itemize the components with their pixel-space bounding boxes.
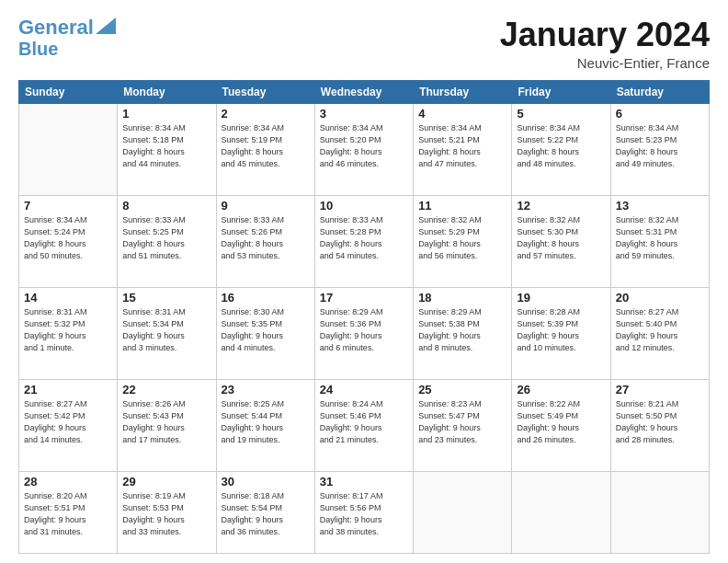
- calendar-cell: 17Sunrise: 8:29 AMSunset: 5:36 PMDayligh…: [314, 287, 413, 379]
- day-number: 11: [418, 199, 506, 213]
- calendar-cell: 30Sunrise: 8:18 AMSunset: 5:54 PMDayligh…: [216, 472, 314, 554]
- day-number: 18: [418, 291, 506, 304]
- calendar-cell: 11Sunrise: 8:32 AMSunset: 5:29 PMDayligh…: [414, 195, 512, 287]
- day-number: 25: [418, 383, 506, 396]
- calendar-cell: 26Sunrise: 8:22 AMSunset: 5:49 PMDayligh…: [512, 380, 610, 472]
- calendar-cell: 1Sunrise: 8:34 AMSunset: 5:18 PMDaylight…: [118, 103, 216, 195]
- day-info: Sunrise: 8:32 AMSunset: 5:31 PMDaylight:…: [616, 214, 704, 262]
- day-info: Sunrise: 8:23 AMSunset: 5:47 PMDaylight:…: [418, 398, 506, 446]
- calendar-cell: 20Sunrise: 8:27 AMSunset: 5:40 PMDayligh…: [610, 287, 709, 379]
- calendar-cell: [19, 103, 118, 195]
- day-info: Sunrise: 8:34 AMSunset: 5:24 PMDaylight:…: [24, 214, 112, 262]
- day-info: Sunrise: 8:18 AMSunset: 5:54 PMDaylight:…: [222, 490, 310, 538]
- day-number: 14: [24, 291, 112, 304]
- day-info: Sunrise: 8:33 AMSunset: 5:25 PMDaylight:…: [122, 214, 210, 262]
- day-number: 1: [122, 107, 210, 121]
- calendar-cell: 13Sunrise: 8:32 AMSunset: 5:31 PMDayligh…: [610, 195, 709, 287]
- day-number: 5: [517, 107, 605, 121]
- calendar-cell: 31Sunrise: 8:17 AMSunset: 5:56 PMDayligh…: [314, 472, 413, 554]
- day-info: Sunrise: 8:34 AMSunset: 5:22 PMDaylight:…: [517, 122, 605, 170]
- day-info: Sunrise: 8:31 AMSunset: 5:34 PMDaylight:…: [122, 306, 210, 354]
- day-info: Sunrise: 8:34 AMSunset: 5:19 PMDaylight:…: [222, 122, 310, 170]
- calendar-week-2: 7Sunrise: 8:34 AMSunset: 5:24 PMDaylight…: [19, 195, 710, 287]
- day-info: Sunrise: 8:34 AMSunset: 5:18 PMDaylight:…: [122, 122, 210, 170]
- day-number: 19: [517, 291, 605, 304]
- day-number: 3: [320, 107, 408, 121]
- day-number: 30: [222, 475, 310, 488]
- calendar-week-4: 21Sunrise: 8:27 AMSunset: 5:42 PMDayligh…: [19, 380, 710, 472]
- day-number: 7: [24, 199, 112, 213]
- day-info: Sunrise: 8:32 AMSunset: 5:29 PMDaylight:…: [418, 214, 506, 262]
- calendar-cell: 23Sunrise: 8:25 AMSunset: 5:44 PMDayligh…: [216, 380, 314, 472]
- calendar-cell: 4Sunrise: 8:34 AMSunset: 5:21 PMDaylight…: [414, 103, 512, 195]
- day-number: 29: [122, 475, 210, 488]
- calendar-week-5: 28Sunrise: 8:20 AMSunset: 5:51 PMDayligh…: [19, 472, 710, 554]
- month-title: January 2024: [500, 17, 710, 53]
- day-info: Sunrise: 8:24 AMSunset: 5:46 PMDaylight:…: [320, 398, 408, 446]
- calendar-header-row: SundayMondayTuesdayWednesdayThursdayFrid…: [19, 80, 710, 103]
- calendar-table: SundayMondayTuesdayWednesdayThursdayFrid…: [18, 80, 710, 554]
- logo: General Blue: [18, 17, 116, 59]
- day-number: 16: [222, 291, 310, 304]
- day-number: 26: [517, 383, 605, 396]
- calendar-cell: 3Sunrise: 8:34 AMSunset: 5:20 PMDaylight…: [314, 103, 413, 195]
- calendar-cell: 12Sunrise: 8:32 AMSunset: 5:30 PMDayligh…: [512, 195, 610, 287]
- day-info: Sunrise: 8:31 AMSunset: 5:32 PMDaylight:…: [24, 306, 112, 354]
- calendar-week-3: 14Sunrise: 8:31 AMSunset: 5:32 PMDayligh…: [19, 287, 710, 379]
- calendar-cell: 29Sunrise: 8:19 AMSunset: 5:53 PMDayligh…: [118, 472, 216, 554]
- calendar-cell: 2Sunrise: 8:34 AMSunset: 5:19 PMDaylight…: [216, 103, 314, 195]
- col-header-saturday: Saturday: [610, 80, 709, 103]
- calendar-cell: 19Sunrise: 8:28 AMSunset: 5:39 PMDayligh…: [512, 287, 610, 379]
- calendar-cell: 14Sunrise: 8:31 AMSunset: 5:32 PMDayligh…: [19, 287, 118, 379]
- header: General Blue January 2024 Neuvic-Entier,…: [18, 17, 710, 71]
- day-number: 20: [616, 291, 704, 304]
- calendar-cell: 22Sunrise: 8:26 AMSunset: 5:43 PMDayligh…: [118, 380, 216, 472]
- day-info: Sunrise: 8:26 AMSunset: 5:43 PMDaylight:…: [122, 398, 210, 446]
- day-info: Sunrise: 8:17 AMSunset: 5:56 PMDaylight:…: [320, 490, 408, 538]
- day-info: Sunrise: 8:32 AMSunset: 5:30 PMDaylight:…: [517, 214, 605, 262]
- day-number: 27: [616, 383, 704, 396]
- calendar-cell: 5Sunrise: 8:34 AMSunset: 5:22 PMDaylight…: [512, 103, 610, 195]
- svg-marker-0: [96, 17, 116, 34]
- calendar-cell: 21Sunrise: 8:27 AMSunset: 5:42 PMDayligh…: [19, 380, 118, 472]
- logo-blue: Blue: [18, 39, 58, 59]
- day-info: Sunrise: 8:25 AMSunset: 5:44 PMDaylight:…: [222, 398, 310, 446]
- logo-text: General: [18, 17, 94, 39]
- day-info: Sunrise: 8:21 AMSunset: 5:50 PMDaylight:…: [616, 398, 704, 446]
- day-info: Sunrise: 8:29 AMSunset: 5:38 PMDaylight:…: [418, 306, 506, 354]
- day-info: Sunrise: 8:33 AMSunset: 5:28 PMDaylight:…: [320, 214, 408, 262]
- calendar-cell: 27Sunrise: 8:21 AMSunset: 5:50 PMDayligh…: [610, 380, 709, 472]
- day-number: 24: [320, 383, 408, 396]
- day-info: Sunrise: 8:29 AMSunset: 5:36 PMDaylight:…: [320, 306, 408, 354]
- day-number: 13: [616, 199, 704, 213]
- calendar-cell: 7Sunrise: 8:34 AMSunset: 5:24 PMDaylight…: [19, 195, 118, 287]
- day-number: 9: [222, 199, 310, 213]
- day-info: Sunrise: 8:30 AMSunset: 5:35 PMDaylight:…: [222, 306, 310, 354]
- day-number: 6: [616, 107, 704, 121]
- day-number: 22: [122, 383, 210, 396]
- day-number: 12: [517, 199, 605, 213]
- calendar-cell: 25Sunrise: 8:23 AMSunset: 5:47 PMDayligh…: [414, 380, 512, 472]
- day-info: Sunrise: 8:34 AMSunset: 5:20 PMDaylight:…: [320, 122, 408, 170]
- calendar-cell: [414, 472, 512, 554]
- day-info: Sunrise: 8:34 AMSunset: 5:23 PMDaylight:…: [616, 122, 704, 170]
- day-info: Sunrise: 8:19 AMSunset: 5:53 PMDaylight:…: [122, 490, 210, 538]
- logo-general: General: [18, 16, 94, 39]
- calendar-cell: 6Sunrise: 8:34 AMSunset: 5:23 PMDaylight…: [610, 103, 709, 195]
- col-header-friday: Friday: [512, 80, 610, 103]
- location-text: Neuvic-Entier, France: [500, 55, 710, 71]
- logo-icon: [96, 17, 116, 34]
- calendar-cell: 24Sunrise: 8:24 AMSunset: 5:46 PMDayligh…: [314, 380, 413, 472]
- day-info: Sunrise: 8:27 AMSunset: 5:40 PMDaylight:…: [616, 306, 704, 354]
- day-number: 8: [122, 199, 210, 213]
- col-header-monday: Monday: [118, 80, 216, 103]
- calendar-cell: 18Sunrise: 8:29 AMSunset: 5:38 PMDayligh…: [414, 287, 512, 379]
- day-info: Sunrise: 8:22 AMSunset: 5:49 PMDaylight:…: [517, 398, 605, 446]
- day-info: Sunrise: 8:33 AMSunset: 5:26 PMDaylight:…: [222, 214, 310, 262]
- day-number: 28: [24, 475, 112, 488]
- calendar-cell: [610, 472, 709, 554]
- day-number: 21: [24, 383, 112, 396]
- day-number: 23: [222, 383, 310, 396]
- day-number: 2: [222, 107, 310, 121]
- calendar-week-1: 1Sunrise: 8:34 AMSunset: 5:18 PMDaylight…: [19, 103, 710, 195]
